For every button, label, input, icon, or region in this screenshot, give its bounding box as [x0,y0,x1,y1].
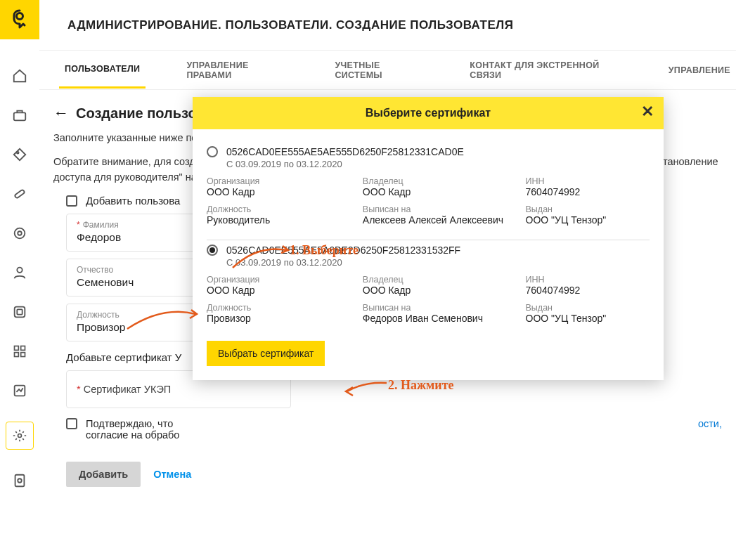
app-logo[interactable] [0,0,39,39]
tab-users[interactable]: ПОЛЬЗОВАТЕЛИ [59,51,146,89]
radio-cert-1[interactable] [207,245,218,256]
svg-rect-15 [15,475,25,487]
tab-rights[interactable]: УПРАВЛЕНИЕ ПРАВАМИ [181,48,294,93]
breadcrumb: АДМИНИСТРИРОВАНИЕ. ПОЛЬЗОВАТЕЛИ. СОЗДАНИ… [39,0,736,51]
svg-point-16 [18,478,22,483]
back-arrow-icon[interactable]: ← [53,104,69,122]
cert-dates-0: С 03.09.2019 по 03.12.2020 [226,159,650,169]
svg-point-2 [17,152,19,154]
cert-id-0: 0526CAD0EE555AE5AE555D6250F25812331CAD0E [226,146,464,157]
sidebar [0,0,39,560]
radio-cert-0[interactable] [207,146,218,157]
cancel-button[interactable]: Отмена [153,469,191,480]
confirm-text-1: Подтверждаю, что [86,418,173,429]
svg-point-6 [17,268,22,273]
tab-systems[interactable]: УЧЕТНЫЕ СИСТЕМЫ [329,48,429,93]
checkbox-confirm[interactable] [66,418,77,429]
svg-point-4 [15,228,25,239]
tab-contact[interactable]: КОНТАКТ ДЛЯ ЭКСТРЕННОЙ СВЯЗИ [464,48,627,93]
briefcase-icon[interactable] [11,107,28,124]
cert-modal: Выберите сертификат ✕ 0526CAD0EE555AE5AE… [193,97,664,380]
tag-icon[interactable] [11,146,28,163]
annotation-step-2: 2. Нажмите [388,378,454,393]
layers-icon[interactable] [11,304,28,320]
svg-rect-11 [15,353,19,357]
grid-icon[interactable] [11,343,28,360]
cert-option-0[interactable]: 0526CAD0EE555AE5AE555D6250F25812331CAD0E… [207,142,650,240]
page-breadcrumb: АДМИНИСТРИРОВАНИЕ. ПОЛЬЗОВАТЕЛИ. СОЗДАНИ… [67,18,513,32]
select-cert-button[interactable]: Выбрать сертификат [207,341,325,366]
svg-point-14 [18,434,22,438]
add-button[interactable]: Добавить [66,462,141,487]
chart-icon[interactable] [11,382,28,399]
checkbox-no-cert-label: Добавить пользова [86,195,180,207]
tabs: ПОЛЬЗОВАТЕЛИ УПРАВЛЕНИЕ ПРАВАМИ УЧЕТНЫЕ … [39,51,736,90]
modal-title: Выберите сертификат [366,107,491,119]
svg-rect-10 [21,346,25,351]
svg-rect-1 [14,112,26,120]
tab-manage[interactable]: УПРАВЛЕНИЕ [663,53,736,88]
svg-rect-8 [17,309,22,314]
svg-rect-9 [15,346,19,351]
confirm-link-tail[interactable]: ости, [698,418,722,441]
annotation-step-1: 1. Выберите [290,243,359,258]
confirm-text-2: согласие на обрабо [86,429,179,441]
checkbox-no-cert[interactable] [66,195,77,207]
user-icon[interactable] [11,264,28,281]
svg-rect-12 [21,353,25,357]
svg-rect-7 [15,307,25,318]
target-icon[interactable] [11,225,28,242]
svg-point-0 [17,13,23,20]
home-icon[interactable] [11,67,28,84]
svg-point-5 [18,231,22,235]
device-icon[interactable] [11,472,28,489]
close-icon[interactable]: ✕ [641,103,654,121]
settings-icon[interactable] [6,422,34,450]
svg-rect-3 [14,190,25,199]
pill-icon[interactable] [11,185,28,202]
